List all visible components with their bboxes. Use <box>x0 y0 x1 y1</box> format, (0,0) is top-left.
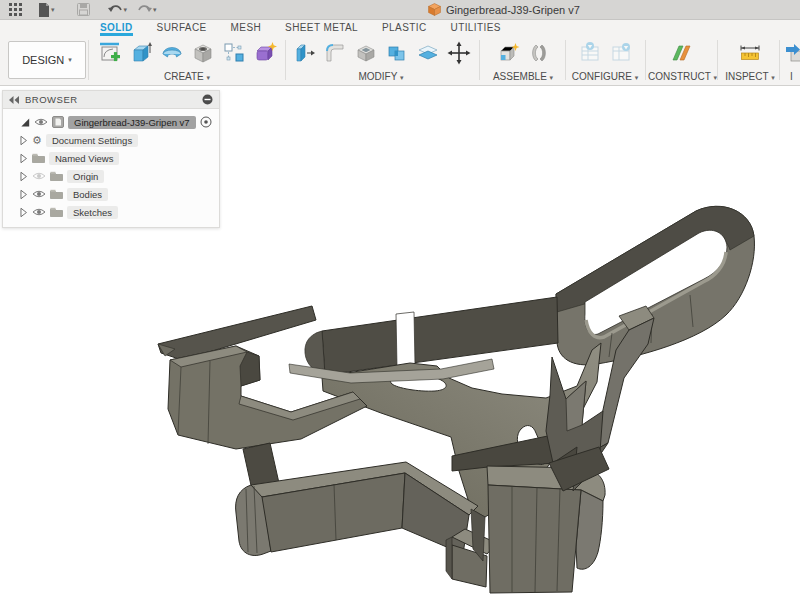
browser-item-label[interactable]: Sketches <box>67 206 118 219</box>
undo-caret-icon: ▾ <box>124 6 128 14</box>
save-icon[interactable] <box>77 0 90 19</box>
modify-group-label[interactable]: MODIFY ▾ <box>288 71 474 82</box>
undo-button[interactable]: ▾ <box>108 0 128 19</box>
toolbar-group-create: CREATE ▾ <box>92 38 282 84</box>
design-workspace-selector[interactable]: DESIGN ▾ <box>8 41 86 79</box>
expand-triangle-icon[interactable] <box>19 117 30 128</box>
tab-utilities[interactable]: UTILITIES <box>451 20 501 36</box>
collapsed-triangle-icon[interactable] <box>19 171 28 182</box>
shell-icon[interactable] <box>352 40 380 66</box>
assemble-group-label[interactable]: ASSEMBLE ▾ <box>482 71 564 82</box>
redo-caret-icon: ▾ <box>153 6 157 14</box>
extrude-icon[interactable] <box>127 40 155 66</box>
browser-item-label[interactable]: Document Settings <box>46 134 138 147</box>
group-separator <box>479 40 480 80</box>
rectangular-pattern-icon[interactable] <box>220 40 248 66</box>
model-canard-wall <box>322 297 558 375</box>
toolbar-group-configure: CONFIGURE ▾ <box>568 38 642 84</box>
revolve-icon[interactable] <box>158 40 186 66</box>
insert-group-label[interactable]: I <box>782 71 800 82</box>
model-rear-box-front <box>488 485 581 593</box>
configure-group-label[interactable]: CONFIGURE ▾ <box>568 71 642 82</box>
browser-item-label[interactable]: Origin <box>67 170 104 183</box>
file-menu-caret-icon: ▾ <box>51 6 55 14</box>
tab-solid[interactable]: SOLID <box>100 20 133 36</box>
collapsed-triangle-icon[interactable] <box>19 135 28 146</box>
component-icon <box>52 116 64 128</box>
toolbar-group-construct: CONSTRUCT ▾ <box>648 38 714 84</box>
browser-row-bodies[interactable]: Bodies <box>19 185 219 203</box>
design-label: DESIGN <box>22 54 64 66</box>
browser-row-root[interactable]: Gingerbread-J39-Gripen v7 <box>3 113 219 131</box>
toolbar-group-assemble: ASSEMBLE ▾ <box>482 38 564 84</box>
redo-button[interactable]: ▾ <box>137 0 157 19</box>
group-separator <box>565 40 566 80</box>
configuration-insert-icon[interactable] <box>607 40 635 66</box>
browser-header: BROWSER <box>3 91 219 109</box>
construct-group-label[interactable]: CONSTRUCT ▾ <box>648 71 714 82</box>
browser-item-label[interactable]: Named Views <box>49 152 119 165</box>
top-app-bar: ▾ ▾ ▾ Gingerbread-J39-Gripen v7 <box>0 0 800 20</box>
model-exhaust-box-side <box>446 537 452 579</box>
toolbar-tab-bar: SOLID SURFACE MESH SHEET METAL PLASTIC U… <box>0 20 800 36</box>
group-separator <box>88 40 89 80</box>
browser-row-document-settings[interactable]: ⚙ Document Settings <box>19 131 219 149</box>
construct-plane-icon[interactable] <box>667 40 695 66</box>
visibility-eye-icon[interactable] <box>32 189 46 199</box>
toolbar-group-inspect: INSPECT ▾ <box>720 38 780 84</box>
model-cookie-cutter <box>158 206 754 593</box>
browser-panel: BROWSER Gingerbread-J39-Gripen v7 ⚙ Docu… <box>2 90 220 228</box>
activate-component-radio-icon[interactable] <box>200 116 212 128</box>
document-title: Gingerbread-J39-Gripen v7 <box>428 0 580 19</box>
configuration-table-icon[interactable] <box>576 40 604 66</box>
joint-icon[interactable] <box>525 40 553 66</box>
toolbar-group-insert: I <box>782 38 800 84</box>
document-cube-icon <box>428 3 441 16</box>
browser-item-label[interactable]: Bodies <box>67 188 108 201</box>
tab-plastic[interactable]: PLASTIC <box>382 20 426 36</box>
move-copy-icon[interactable] <box>445 40 473 66</box>
measure-icon[interactable] <box>736 40 764 66</box>
gear-icon: ⚙ <box>32 135 42 146</box>
tab-sheet-metal[interactable]: SHEET METAL <box>285 20 358 36</box>
visibility-eye-icon[interactable] <box>32 207 46 217</box>
collapsed-triangle-icon[interactable] <box>19 189 28 200</box>
browser-row-sketches[interactable]: Sketches <box>19 203 219 221</box>
split-body-icon[interactable] <box>414 40 442 66</box>
press-pull-icon[interactable] <box>290 40 318 66</box>
group-separator <box>717 40 718 80</box>
app-grid-icon[interactable] <box>0 0 30 19</box>
new-component-icon[interactable] <box>494 40 522 66</box>
folder-icon <box>32 153 45 163</box>
browser-row-named-views[interactable]: Named Views <box>19 149 219 167</box>
folder-icon <box>50 171 63 181</box>
toolbar-group-modify: MODIFY ▾ <box>288 38 474 84</box>
folder-icon <box>50 189 63 199</box>
remove-panel-icon[interactable] <box>202 94 213 105</box>
model-wall-gap <box>396 312 415 367</box>
group-separator <box>285 40 286 80</box>
visibility-eye-icon[interactable] <box>34 117 48 127</box>
file-menu-button[interactable]: ▾ <box>38 0 55 19</box>
ribbon-toolbar: DESIGN ▾ CREATE ▾ <box>0 36 800 86</box>
inspect-group-label[interactable]: INSPECT ▾ <box>720 71 780 82</box>
document-title-text: Gingerbread-J39-Gripen v7 <box>446 4 580 16</box>
create-form-icon[interactable] <box>251 40 279 66</box>
fillet-icon[interactable] <box>321 40 349 66</box>
create-group-label[interactable]: CREATE ▾ <box>92 71 282 82</box>
root-component-label[interactable]: Gingerbread-J39-Gripen v7 <box>68 116 196 129</box>
group-separator <box>645 40 646 80</box>
design-caret-icon: ▾ <box>68 56 72 64</box>
tab-mesh[interactable]: MESH <box>231 20 262 36</box>
create-sketch-icon[interactable] <box>96 40 124 66</box>
insert-icon[interactable] <box>782 40 800 66</box>
collapsed-triangle-icon[interactable] <box>19 153 28 164</box>
collapsed-triangle-icon[interactable] <box>19 207 28 218</box>
combine-icon[interactable] <box>383 40 411 66</box>
collapse-panel-icon[interactable] <box>9 96 19 104</box>
browser-row-origin[interactable]: Origin <box>19 167 219 185</box>
hole-icon[interactable] <box>189 40 217 66</box>
visibility-eye-icon[interactable] <box>32 171 46 181</box>
folder-icon <box>50 207 63 217</box>
tab-surface[interactable]: SURFACE <box>157 20 207 36</box>
